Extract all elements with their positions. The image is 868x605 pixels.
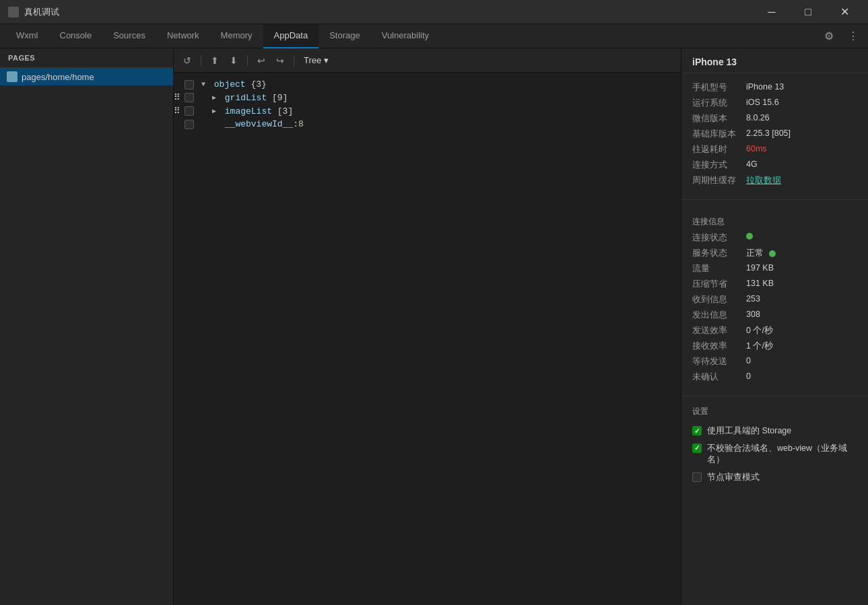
label-domain: 不校验合法域名、web-view（业务域名）: [707, 443, 857, 466]
expand-up-button[interactable]: ⬆: [207, 52, 223, 69]
label-conn-status: 连接状态: [692, 232, 746, 244]
conn-status-dot: [746, 233, 753, 240]
label-recv-rate: 接收效率: [692, 341, 746, 352]
label-periodic-cache: 周期性缓存: [692, 175, 746, 186]
drag-handle-2: ⠿: [174, 106, 185, 116]
more-icon[interactable]: ⋮: [844, 27, 863, 46]
device-title: iPhone 13: [681, 48, 868, 73]
redo-button[interactable]: ↪: [272, 52, 288, 69]
tree-node-imagelist[interactable]: ⠿ ▶ imageList [3]: [174, 104, 681, 118]
row-pending: 等待发送 0: [692, 354, 857, 369]
refresh-button[interactable]: ↺: [179, 52, 195, 69]
tab-memory[interactable]: Memory: [210, 24, 263, 48]
checkbox-2[interactable]: [185, 106, 194, 116]
row-connection-type: 连接方式 4G: [692, 157, 857, 173]
titlebar-controls: ─ □ ✕: [756, 0, 860, 24]
checkbox-3[interactable]: [185, 120, 194, 129]
label-rtt: 往返耗时: [692, 144, 746, 155]
label-unconfirmed: 未确认: [692, 371, 746, 383]
row-service-status: 服务状态 正常: [692, 246, 857, 261]
arrow-0[interactable]: ▼: [198, 81, 209, 88]
maximize-button[interactable]: □: [793, 0, 824, 24]
undo-button[interactable]: ↩: [253, 52, 269, 69]
close-button[interactable]: ✕: [829, 0, 860, 24]
tree-node-gridlist[interactable]: ⠿ ▶ gridList [9]: [174, 91, 681, 104]
checkmark-storage: ✓: [694, 427, 700, 435]
tree-key-2: imageList: [220, 106, 272, 116]
titlebar-title: 真机调试: [24, 6, 59, 18]
row-rtt: 往返耗时 60ms: [692, 142, 857, 157]
row-recv-rate: 接收效率 1 个/秒: [692, 339, 857, 354]
row-compress: 压缩节省 131 KB: [692, 277, 857, 292]
row-traffic: 流量 197 KB: [692, 261, 857, 277]
value-os: iOS 15.6: [746, 98, 857, 107]
label-send-rate: 发送效率: [692, 325, 746, 336]
connection-info-header: 连接信息: [692, 211, 857, 230]
titlebar: 真机调试 ─ □ ✕: [0, 0, 868, 24]
main-layout: Pages pages/home/home ↺ ⬆ ⬇ ↩ ↪ Tree ▾: [0, 48, 868, 605]
label-wechat-ver: 微信版本: [692, 113, 746, 124]
checkbox-node[interactable]: [692, 472, 702, 482]
right-panel: iPhone 13 手机型号 iPhone 13 运行系统 iOS 15.6 微…: [681, 48, 868, 605]
checkbox-0[interactable]: [185, 80, 194, 90]
tree-node-webviewid[interactable]: __webviewId__ : 8: [174, 118, 681, 131]
tab-network[interactable]: Network: [156, 24, 210, 48]
label-base-lib: 基础库版本: [692, 129, 746, 140]
minimize-button[interactable]: ─: [756, 0, 787, 24]
checkmark-domain: ✓: [694, 444, 700, 452]
value-pending: 0: [746, 356, 857, 365]
tree-mode-label: Tree: [304, 55, 321, 65]
tab-sources[interactable]: Sources: [102, 24, 156, 48]
value-send-msg: 308: [746, 310, 857, 319]
tabbar-actions: ⚙ ⋮: [820, 27, 863, 46]
settings-header: 设置: [692, 406, 857, 423]
value-conn-status: [746, 232, 857, 242]
tabbar: Wxml Console Sources Network Memory AppD…: [0, 24, 868, 48]
app-icon: [8, 7, 19, 17]
tree-node-object[interactable]: ▼ object {3}: [174, 78, 681, 91]
tree-colon-3: :: [293, 119, 298, 129]
value-phone-model: iPhone 13: [746, 82, 857, 92]
tree-value-3: 8: [298, 119, 304, 129]
separator-1: [201, 55, 201, 66]
tab-console[interactable]: Console: [49, 24, 103, 48]
row-periodic-cache: 周期性缓存 拉取数据: [692, 173, 857, 188]
label-service-status: 服务状态: [692, 248, 746, 259]
expand-down-button[interactable]: ⬇: [226, 52, 242, 69]
tab-vulnerability[interactable]: Vulnerability: [371, 24, 440, 48]
tree-content: ▼ object {3} ⠿ ▶ gridList [9] ⠿ ▶ imageL…: [174, 73, 681, 605]
row-os: 运行系统 iOS 15.6: [692, 96, 857, 111]
arrow-1[interactable]: ▶: [209, 94, 220, 102]
titlebar-left: 真机调试: [8, 6, 59, 18]
tree-key-0: object: [209, 79, 246, 90]
setting-row-node: 节点审查模式: [692, 469, 857, 487]
label-os: 运行系统: [692, 98, 746, 109]
label-node: 节点审查模式: [707, 472, 760, 484]
checkbox-1[interactable]: [185, 93, 194, 102]
settings-icon[interactable]: ⚙: [820, 27, 838, 46]
setting-row-domain: ✓ 不校验合法域名、web-view（业务域名）: [692, 440, 857, 469]
sidebar-header: Pages: [0, 48, 173, 68]
tree-area: ↺ ⬆ ⬇ ↩ ↪ Tree ▾ ▼ object {3}: [174, 48, 681, 605]
tab-appdata[interactable]: AppData: [263, 24, 319, 48]
tree-brace-1: [9]: [267, 93, 288, 103]
tab-storage[interactable]: Storage: [319, 24, 371, 48]
checkbox-domain[interactable]: ✓: [692, 443, 702, 453]
tree-key-3: __webviewId__: [220, 119, 293, 129]
value-base-lib: 2.25.3 [805]: [746, 129, 857, 138]
label-pending: 等待发送: [692, 356, 746, 367]
value-wechat-ver: 8.0.26: [746, 113, 857, 122]
arrow-2[interactable]: ▶: [209, 107, 220, 115]
settings-section: 设置 ✓ 使用工具端的 Storage ✓ 不校验合法域名、web-view（业…: [681, 400, 868, 491]
checkbox-storage[interactable]: ✓: [692, 426, 702, 435]
row-unconfirmed: 未确认 0: [692, 369, 857, 385]
value-send-rate: 0 个/秒: [746, 325, 857, 336]
value-traffic: 197 KB: [746, 263, 857, 273]
value-periodic-cache[interactable]: 拉取数据: [746, 175, 857, 186]
sidebar-item-pages-home[interactable]: pages/home/home: [0, 68, 173, 85]
tree-mode-selector[interactable]: Tree ▾: [300, 54, 333, 67]
tab-wxml[interactable]: Wxml: [5, 24, 49, 48]
file-icon: [7, 71, 18, 82]
value-service-status: 正常: [746, 248, 857, 259]
tree-toolbar: ↺ ⬆ ⬇ ↩ ↪ Tree ▾: [174, 48, 681, 73]
